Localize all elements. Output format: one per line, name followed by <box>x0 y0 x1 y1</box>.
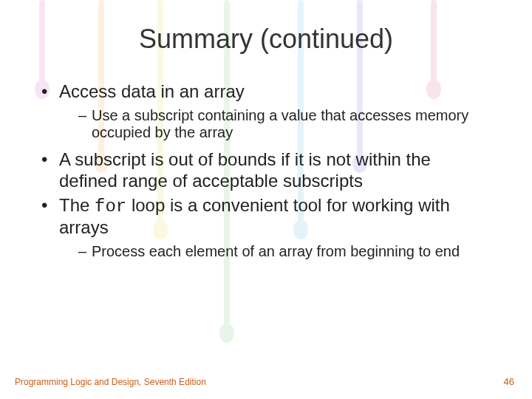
footer-page-number: 46 <box>504 376 514 387</box>
list-item: Use a subscript containing a value that … <box>78 107 491 142</box>
list-item: The for loop is a convenient tool for wo… <box>41 195 491 261</box>
bullet-text: Use a subscript containing a value that … <box>92 107 468 141</box>
slide-content: Access data in an array Use a subscript … <box>0 81 532 261</box>
list-item: A subscript is out of bounds if it is no… <box>41 149 491 192</box>
slide-title: Summary (continued) <box>0 0 532 55</box>
sub-list: Process each element of an array from be… <box>59 243 491 261</box>
bullet-text: Process each element of an array from be… <box>92 243 460 259</box>
bullet-text: Access data in an array <box>59 81 245 101</box>
code-keyword: for <box>95 197 126 216</box>
sub-list: Use a subscript containing a value that … <box>59 107 491 142</box>
list-item: Access data in an array Use a subscript … <box>41 81 491 142</box>
bullet-list: Access data in an array Use a subscript … <box>41 81 491 261</box>
bullet-text-pre: The <box>59 195 95 215</box>
slide: Summary (continued) Access data in an ar… <box>0 0 532 399</box>
list-item: Process each element of an array from be… <box>78 243 491 261</box>
footer-book-title: Programming Logic and Design, Seventh Ed… <box>15 377 206 387</box>
bullet-text: A subscript is out of bounds if it is no… <box>59 149 431 191</box>
